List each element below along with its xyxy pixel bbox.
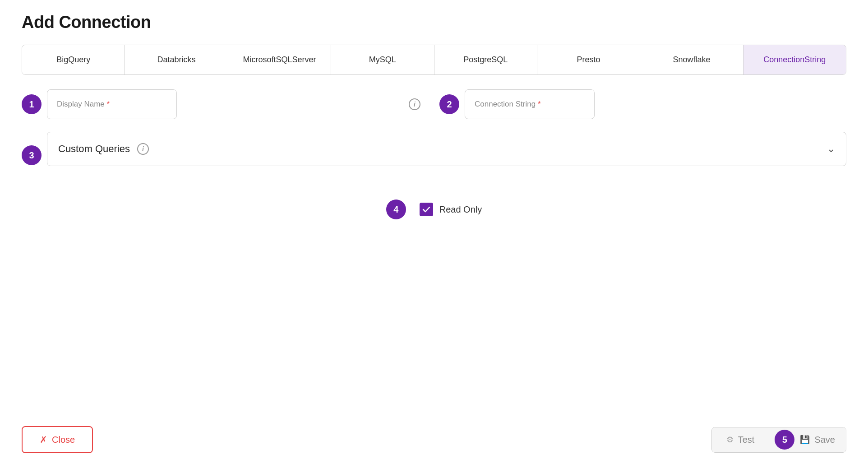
read-only-checkbox-wrapper[interactable]: Read Only — [420, 203, 482, 216]
tab-mysql[interactable]: MySQL — [331, 45, 434, 74]
display-name-wrapper: 1 Display Name * i — [22, 89, 429, 119]
custom-queries-row: 3 Custom Queries i ⌄ — [22, 132, 846, 179]
save-section: 5 💾 Save — [769, 427, 846, 452]
save-icon: 💾 — [800, 435, 810, 445]
test-button[interactable]: ⚙ Test — [712, 427, 770, 452]
step-badge-1: 1 — [22, 94, 42, 114]
connection-string-field-container: Connection String * — [465, 89, 846, 119]
tab-postgresql[interactable]: PostgreSQL — [434, 45, 537, 74]
read-only-label: Read Only — [439, 204, 482, 215]
tab-presto[interactable]: Presto — [537, 45, 640, 74]
display-name-info-icon[interactable]: i — [409, 98, 420, 110]
chevron-down-icon: ⌄ — [827, 143, 835, 155]
step-badge-4: 4 — [386, 200, 406, 219]
step-badge-5: 5 — [775, 430, 794, 450]
close-x-icon: ✗ — [40, 434, 47, 445]
read-only-checkbox[interactable] — [420, 203, 433, 216]
test-label: Test — [738, 435, 755, 445]
page-container: Add Connection BigQuery Databricks Micro… — [0, 0, 868, 464]
read-only-row: 4 Read Only — [22, 191, 846, 230]
tab-databricks[interactable]: Databricks — [125, 45, 228, 74]
display-name-field-container: Display Name * i — [47, 89, 429, 119]
tab-connectionstring[interactable]: ConnectionString — [743, 45, 846, 74]
footer: ✗ Close ⚙ Test 5 💾 Save — [0, 415, 868, 464]
save-button[interactable]: 💾 Save — [797, 427, 846, 452]
close-label: Close — [52, 435, 75, 445]
footer-divider — [22, 234, 846, 234]
custom-queries-section: Custom Queries i ⌄ — [47, 132, 846, 166]
connection-string-input[interactable] — [465, 89, 595, 119]
tab-microsoftsqlserver[interactable]: MicrosoftSQLServer — [228, 45, 331, 74]
gear-icon: ⚙ — [726, 435, 734, 445]
page-title: Add Connection — [22, 13, 846, 32]
custom-queries-header[interactable]: Custom Queries i ⌄ — [47, 132, 846, 166]
form-row-1: 1 Display Name * i 2 Connection String * — [22, 89, 846, 119]
connection-string-wrapper: 2 Connection String * — [439, 89, 846, 119]
tab-snowflake[interactable]: Snowflake — [640, 45, 743, 74]
custom-queries-label: Custom Queries — [58, 143, 130, 155]
info-circle-1: i — [409, 98, 420, 110]
step-badge-2: 2 — [439, 94, 459, 114]
checkmark-icon — [422, 205, 430, 213]
step-badge-3: 3 — [22, 145, 42, 165]
save-label: Save — [814, 435, 835, 445]
tab-bigquery[interactable]: BigQuery — [22, 45, 125, 74]
right-buttons: ⚙ Test 5 💾 Save — [711, 427, 846, 453]
display-name-input[interactable] — [47, 89, 177, 119]
custom-queries-info-icon[interactable]: i — [137, 143, 149, 155]
tab-bar: BigQuery Databricks MicrosoftSQLServer M… — [22, 45, 846, 75]
close-button[interactable]: ✗ Close — [22, 426, 93, 453]
